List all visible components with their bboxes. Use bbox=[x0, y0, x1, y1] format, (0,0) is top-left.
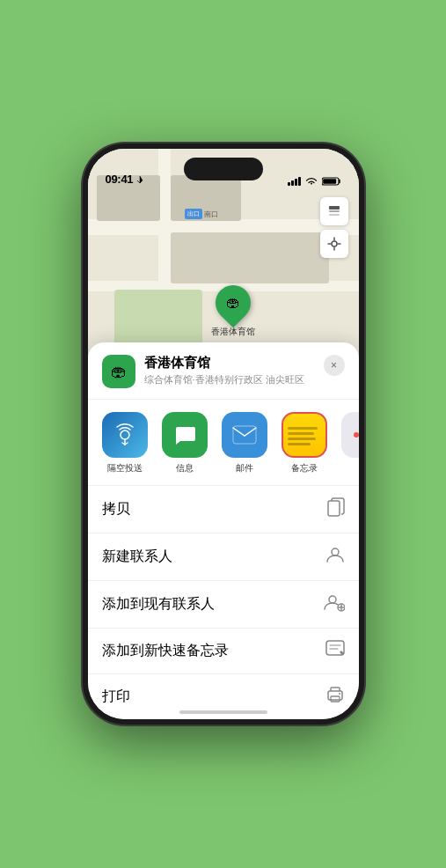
share-item-mail[interactable]: 邮件 bbox=[218, 412, 271, 474]
add-contact-icon bbox=[324, 592, 345, 616]
home-indicator bbox=[179, 710, 267, 714]
map-controls bbox=[320, 197, 348, 258]
signal-bars bbox=[288, 177, 301, 186]
location-icon bbox=[135, 175, 144, 184]
svg-marker-0 bbox=[137, 176, 143, 183]
location-card: 🏟 香港体育馆 综合体育馆·香港特别行政区 油尖旺区 × bbox=[88, 342, 359, 400]
share-row: 隔空投送 信息 bbox=[88, 400, 359, 486]
svg-rect-3 bbox=[329, 206, 340, 210]
map-location-button[interactable] bbox=[320, 230, 348, 258]
wifi-icon bbox=[305, 177, 318, 186]
action-copy[interactable]: 拷贝 bbox=[88, 486, 359, 533]
mail-label: 邮件 bbox=[236, 462, 253, 474]
quick-note-icon bbox=[325, 640, 345, 662]
svg-rect-27 bbox=[331, 696, 340, 702]
new-contact-icon bbox=[325, 545, 345, 569]
svg-rect-15 bbox=[233, 426, 256, 444]
svg-point-28 bbox=[339, 693, 340, 695]
svg-rect-17 bbox=[328, 501, 340, 516]
location-card-icon: 🏟 bbox=[102, 355, 135, 388]
notes-icon bbox=[281, 412, 327, 458]
map-exit-label: 出口 bbox=[185, 209, 202, 219]
phone-screen: 09:41 bbox=[88, 149, 359, 719]
status-time: 09:41 bbox=[106, 173, 134, 186]
notes-label: 备忘录 bbox=[291, 462, 318, 474]
messages-icon bbox=[162, 412, 208, 458]
action-new-contact-label: 新建联系人 bbox=[102, 548, 172, 566]
map-layers-button[interactable] bbox=[320, 197, 348, 225]
action-print-label: 打印 bbox=[102, 688, 130, 706]
action-add-notes[interactable]: 添加到新快速备忘录 bbox=[88, 629, 359, 674]
share-item-more[interactable]: 提 bbox=[338, 412, 359, 474]
close-button[interactable]: × bbox=[324, 355, 345, 376]
print-icon bbox=[325, 686, 345, 708]
airdrop-icon bbox=[102, 412, 148, 458]
airdrop-label: 隔空投送 bbox=[107, 462, 143, 474]
share-item-messages[interactable]: 信息 bbox=[158, 412, 211, 474]
location-subtitle: 综合体育馆·香港特别行政区 油尖旺区 bbox=[144, 373, 324, 386]
phone-frame: 09:41 bbox=[83, 143, 364, 725]
stadium-marker: 🏟 香港体育馆 bbox=[211, 285, 255, 338]
svg-rect-4 bbox=[329, 210, 340, 212]
status-icons bbox=[288, 177, 341, 186]
bottom-sheet: 🏟 香港体育馆 综合体育馆·香港特别行政区 油尖旺区 × bbox=[88, 342, 359, 719]
action-new-contact[interactable]: 新建联系人 bbox=[88, 533, 359, 581]
more-icon bbox=[341, 412, 359, 458]
action-add-notes-label: 添加到新快速备忘录 bbox=[102, 642, 229, 660]
svg-rect-5 bbox=[329, 214, 340, 216]
action-add-existing[interactable]: 添加到现有联系人 bbox=[88, 581, 359, 629]
map-label: 出口 南口 bbox=[185, 209, 218, 219]
location-name: 香港体育馆 bbox=[144, 355, 324, 371]
battery-icon bbox=[322, 177, 341, 186]
action-list: 拷贝 新建联系人 bbox=[88, 486, 359, 719]
action-copy-label: 拷贝 bbox=[102, 500, 130, 519]
share-item-notes[interactable]: 备忘录 bbox=[278, 412, 331, 474]
action-add-existing-label: 添加到现有联系人 bbox=[102, 595, 215, 614]
location-info: 香港体育馆 综合体育馆·香港特别行政区 油尖旺区 bbox=[144, 355, 324, 386]
svg-rect-2 bbox=[323, 179, 336, 184]
messages-label: 信息 bbox=[176, 462, 194, 474]
svg-point-19 bbox=[329, 596, 336, 603]
svg-point-18 bbox=[332, 548, 339, 555]
mail-icon bbox=[222, 412, 267, 458]
svg-point-6 bbox=[332, 241, 337, 246]
dynamic-island bbox=[184, 158, 263, 180]
svg-point-11 bbox=[121, 430, 129, 439]
copy-icon bbox=[327, 497, 345, 521]
share-item-airdrop[interactable]: 隔空投送 bbox=[99, 412, 151, 474]
